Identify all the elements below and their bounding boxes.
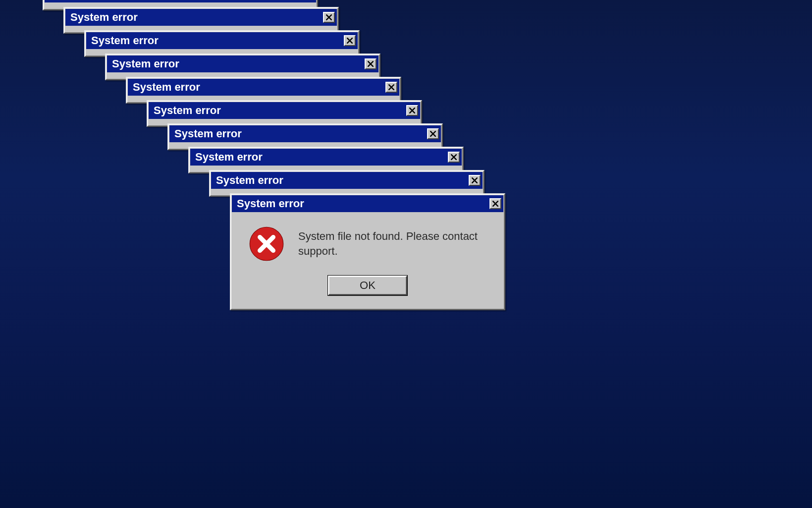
error-dialog: System error (147, 100, 422, 127)
dialog-body: System file not found. Please contact su… (232, 212, 503, 308)
close-icon (492, 201, 498, 207)
close-button[interactable] (469, 175, 481, 186)
dialog-title: System error (195, 151, 448, 164)
titlebar[interactable]: System error (128, 79, 399, 96)
dialog-title: System error (237, 197, 489, 210)
titlebar[interactable]: System error (169, 125, 441, 142)
close-icon (326, 14, 332, 20)
error-dialog: System error (188, 147, 464, 173)
button-row: OK (232, 267, 503, 308)
dialog-title: System error (50, 0, 302, 0)
close-icon (388, 84, 394, 90)
close-button[interactable] (406, 105, 418, 116)
close-icon (430, 131, 436, 137)
dialog-title: System error (91, 34, 344, 47)
dialog-message: System file not found. Please contact su… (298, 229, 491, 258)
titlebar[interactable]: System error (211, 172, 483, 189)
dialog-title: System error (154, 104, 406, 117)
titlebar[interactable]: System error (65, 9, 337, 26)
close-button[interactable] (385, 82, 397, 93)
titlebar[interactable]: System error (149, 102, 420, 119)
error-dialog: System error (105, 54, 380, 80)
error-dialog: System error (63, 7, 339, 34)
error-dialog: System error (167, 123, 443, 150)
close-button[interactable] (365, 58, 377, 69)
close-button[interactable] (323, 12, 335, 23)
ok-button[interactable]: OK (328, 276, 407, 295)
desktop: System errorSystem errorSystem errorSyst… (0, 0, 812, 508)
error-dialog: System error (209, 170, 485, 197)
dialog-title: System error (112, 57, 365, 70)
error-dialog: System errorSystem file not found. Pleas… (230, 193, 505, 310)
titlebar[interactable]: System error (232, 195, 503, 212)
dialog-title: System error (174, 127, 427, 140)
close-icon (472, 177, 478, 183)
close-icon (451, 154, 457, 160)
titlebar[interactable]: System error (107, 56, 379, 72)
titlebar[interactable]: System error (86, 32, 358, 49)
close-button[interactable] (344, 35, 356, 46)
close-icon (368, 61, 374, 67)
error-dialog: System error (84, 30, 360, 57)
dialog-title: System error (70, 11, 323, 24)
close-button[interactable] (489, 198, 501, 209)
dialog-title: System error (133, 81, 385, 94)
close-button[interactable] (427, 128, 439, 139)
error-circle-x-icon (249, 226, 284, 262)
error-dialog: System error (126, 77, 401, 104)
close-button[interactable] (448, 152, 460, 163)
dialog-title: System error (216, 174, 469, 187)
dialog-content: System file not found. Please contact su… (232, 212, 503, 267)
close-icon (347, 38, 353, 44)
close-icon (409, 108, 415, 113)
titlebar[interactable]: System error (190, 149, 462, 166)
